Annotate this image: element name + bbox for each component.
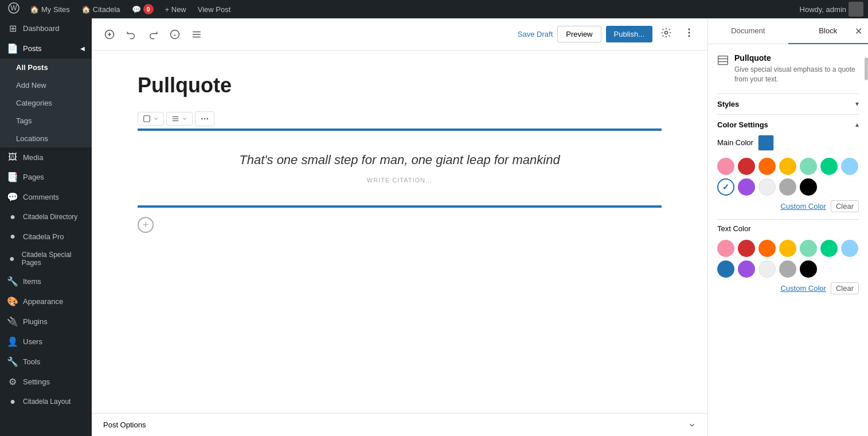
pullquote-block[interactable]: That's one small step for man, one giant… (138, 129, 662, 208)
tab-document[interactable]: Document (708, 18, 788, 44)
main-color-grid: ✓ (717, 158, 859, 196)
citadela-dir-icon: ● (7, 212, 18, 222)
tc-black[interactable] (800, 260, 817, 278)
editor-settings-button[interactable] (657, 24, 675, 45)
sidebar: ⊞ Dashboard 📄 Posts ◀ All Posts Add New … (0, 18, 92, 436)
sidebar-item-dashboard[interactable]: ⊞ Dashboard (0, 18, 92, 38)
block-style-button[interactable] (138, 112, 164, 126)
sidebar-item-items[interactable]: 🔧 Items (0, 271, 92, 291)
sidebar-item-posts[interactable]: 📄 Posts ◀ (0, 38, 92, 59)
sidebar-item-citadela-sp[interactable]: ● Citadela Special Pages (0, 246, 92, 271)
styles-section-header[interactable]: Styles ▾ (717, 94, 859, 114)
color-settings-section-header[interactable]: Color Settings ▴ (717, 114, 859, 135)
color-black[interactable] (800, 178, 817, 196)
sidebar-item-locations[interactable]: Locations (0, 130, 92, 147)
text-clear-button[interactable]: Clear (831, 282, 859, 294)
more-tools-button[interactable] (680, 24, 698, 45)
text-color-row: Text Color (717, 224, 859, 233)
color-yellow[interactable] (779, 158, 796, 175)
sidebar-item-settings[interactable]: ⚙ Settings (0, 372, 92, 392)
tc-light-green[interactable] (800, 240, 817, 257)
tc-light-gray[interactable] (758, 260, 776, 278)
main-clear-button[interactable]: Clear (831, 200, 859, 212)
sidebar-item-citadela-layout[interactable]: ● Citadela Layout (0, 392, 92, 411)
tc-blue[interactable] (717, 260, 734, 278)
sidebar-item-users[interactable]: 👤 Users (0, 332, 92, 352)
admin-bar-site-name[interactable]: 🏠 Citadela (77, 0, 125, 18)
admin-bar-view-post[interactable]: View Post (193, 0, 236, 18)
svg-rect-15 (144, 116, 150, 122)
sidebar-item-citadela-dir[interactable]: ● Citadela Directory (0, 207, 92, 227)
redo-button[interactable] (144, 26, 162, 43)
pullquote-block-icon (717, 54, 729, 69)
users-icon: 👤 (7, 336, 18, 347)
editor-content: Pullquote That's one small step for man,… (92, 50, 707, 413)
admin-bar-comments[interactable]: 💬 0 (127, 0, 158, 18)
sidebar-item-citadela-pro[interactable]: ● Citadela Pro (0, 227, 92, 246)
tc-purple[interactable] (738, 260, 755, 278)
add-block-button[interactable] (101, 26, 118, 43)
color-blue[interactable]: ✓ (717, 178, 734, 196)
tc-red[interactable] (738, 240, 755, 257)
color-orange[interactable] (758, 158, 776, 175)
color-green[interactable] (820, 158, 838, 175)
media-icon: 🖼 (7, 152, 18, 162)
tc-pink[interactable] (717, 240, 734, 257)
sidebar-item-add-new[interactable]: Add New (0, 76, 92, 94)
sidebar-item-comments[interactable]: 💬 Comments (0, 187, 92, 207)
pullquote-citation[interactable]: WRITE CITATION... (149, 177, 650, 184)
block-info-text: Pullquote Give special visual emphasis t… (734, 53, 859, 84)
tc-gray[interactable] (779, 260, 796, 278)
sidebar-item-categories[interactable]: Categories (0, 94, 92, 112)
editor-toolbar: Save Draft Preview Publish... (92, 18, 707, 50)
settings-icon: ⚙ (7, 376, 18, 387)
tc-orange[interactable] (758, 240, 776, 257)
sidebar-item-tools[interactable]: 🔧 Tools (0, 352, 92, 372)
block-info: Pullquote Give special visual emphasis t… (717, 53, 859, 84)
text-custom-color-button[interactable]: Custom Color (780, 282, 826, 294)
add-block-inline-button[interactable]: + (138, 217, 154, 233)
color-light-gray[interactable] (758, 178, 776, 196)
color-purple[interactable] (738, 178, 755, 196)
sidebar-item-appearance[interactable]: 🎨 Appearance (0, 291, 92, 312)
wp-logo-icon[interactable]: W (5, 2, 23, 17)
list-view-button[interactable] (188, 26, 205, 43)
main-custom-color-button[interactable]: Custom Color (780, 200, 826, 212)
sidebar-item-tags[interactable]: Tags (0, 112, 92, 130)
text-color-label: Text Color (717, 224, 751, 233)
color-light-blue[interactable] (841, 158, 858, 175)
pullquote-text[interactable]: That's one small step for man, one giant… (149, 153, 650, 168)
undo-button[interactable] (123, 26, 140, 43)
admin-bar-my-sites[interactable]: 🏠 My Sites (25, 0, 75, 18)
main-color-label: Main Color (717, 138, 753, 147)
color-red[interactable] (738, 158, 755, 175)
color-light-green[interactable] (800, 158, 817, 175)
pages-icon: 📑 (7, 172, 18, 182)
save-draft-button[interactable]: Save Draft (518, 30, 553, 38)
block-align-button[interactable] (166, 112, 193, 126)
panel-body: Pullquote Give special visual emphasis t… (708, 44, 868, 436)
color-pink[interactable] (717, 158, 734, 175)
tc-yellow[interactable] (779, 240, 796, 257)
sidebar-item-pages[interactable]: 📑 Pages (0, 167, 92, 187)
publish-button[interactable]: Publish... (606, 26, 652, 42)
scrollbar-thumb[interactable] (865, 57, 868, 80)
admin-bar-new[interactable]: + New (161, 0, 191, 18)
sidebar-item-all-posts[interactable]: All Posts (0, 59, 92, 76)
tc-light-blue[interactable] (841, 240, 858, 257)
sidebar-item-plugins[interactable]: 🔌 Plugins (0, 312, 92, 332)
sidebar-item-media[interactable]: 🖼 Media (0, 147, 92, 167)
post-options-label: Post Options (103, 421, 146, 429)
block-more-options-button[interactable] (195, 111, 214, 126)
panel-close-button[interactable]: ✕ (855, 26, 862, 37)
tc-green[interactable] (820, 240, 838, 257)
post-options-bar[interactable]: Post Options (92, 413, 707, 436)
citadela-sp-icon: ● (7, 254, 17, 264)
main-color-swatch[interactable] (758, 135, 774, 151)
admin-bar-right: Howdy, admin (800, 2, 863, 17)
preview-button[interactable]: Preview (557, 26, 601, 42)
info-button[interactable] (166, 26, 183, 43)
page-title[interactable]: Pullquote (138, 73, 662, 98)
color-gray[interactable] (779, 178, 796, 196)
citadela-layout-icon: ● (7, 396, 18, 407)
